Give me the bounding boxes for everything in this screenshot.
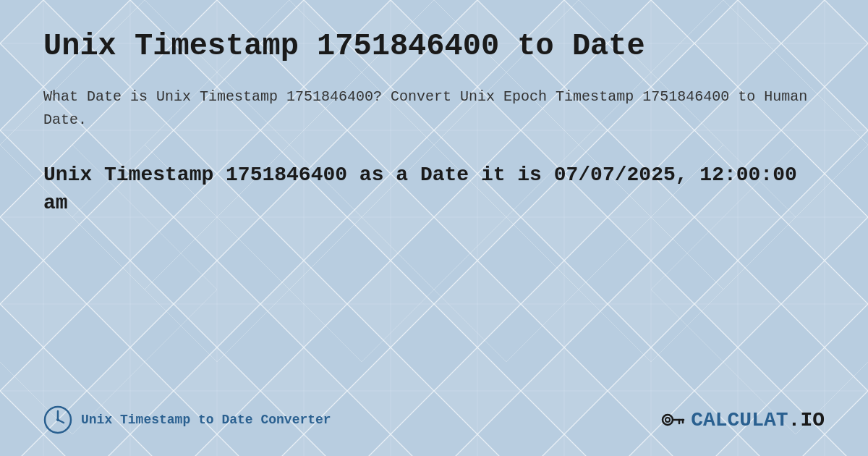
description-text: What Date is Unix Timestamp 1751846400? … <box>43 85 825 132</box>
footer: Unix Timestamp to Date Converter CALCULA… <box>43 405 825 434</box>
logo-icon <box>659 407 685 433</box>
logo-area: CALCULAT.IO <box>659 407 825 433</box>
logo-text-highlight: CALCULAT <box>691 409 788 431</box>
svg-point-23 <box>663 415 673 425</box>
footer-left: Unix Timestamp to Date Converter <box>43 405 331 434</box>
svg-point-22 <box>56 418 59 421</box>
logo-text: CALCULAT.IO <box>691 409 825 431</box>
clock-icon <box>43 405 72 434</box>
result-section: Unix Timestamp 1751846400 as a Date it i… <box>43 161 825 217</box>
result-text: Unix Timestamp 1751846400 as a Date it i… <box>43 161 825 217</box>
footer-link-text[interactable]: Unix Timestamp to Date Converter <box>81 413 331 427</box>
main-content: Unix Timestamp 1751846400 to Date What D… <box>0 0 868 275</box>
page-title: Unix Timestamp 1751846400 to Date <box>43 29 825 64</box>
svg-point-24 <box>665 418 670 422</box>
